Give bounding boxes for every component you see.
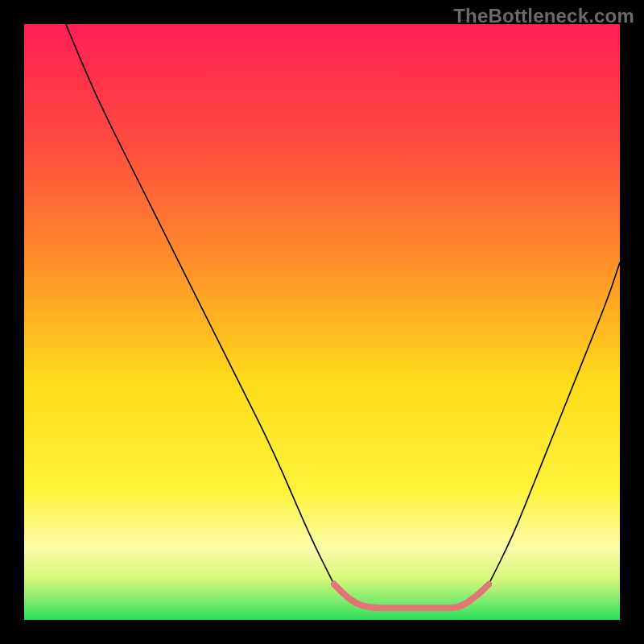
chart-svg [24, 24, 620, 620]
chart-stage: TheBottleneck.com [0, 0, 644, 644]
gradient-background [24, 24, 620, 620]
plot-area [24, 24, 620, 620]
